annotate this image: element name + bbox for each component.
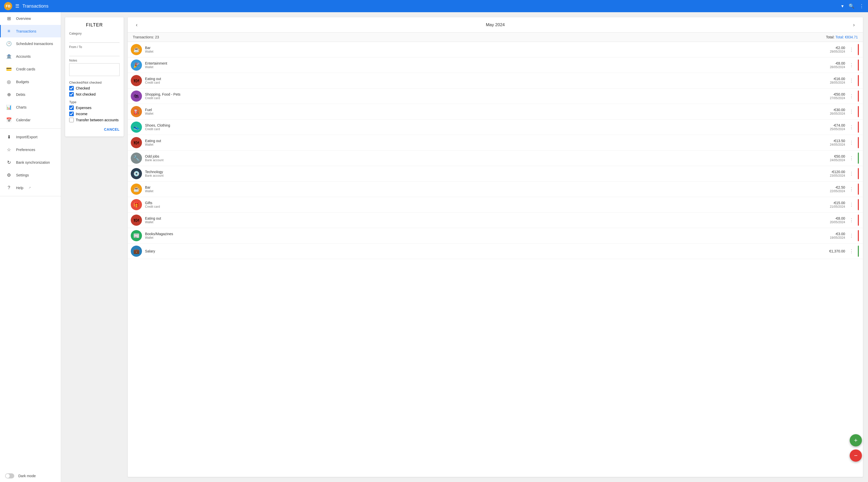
tx-amount: -€13.50 <box>833 139 845 143</box>
tx-amount: -€3.00 <box>835 232 845 236</box>
transaction-list: ☕ Bar Wallet -€2.00 29/05/2024 ⋮ 🎉 <box>128 42 863 477</box>
tx-menu-button[interactable]: ⋮ <box>848 232 855 239</box>
add-transaction-button[interactable]: + <box>850 434 862 446</box>
sidebar-item-charts[interactable]: 📊 Charts <box>0 101 61 114</box>
dark-mode-row: Dark mode <box>0 470 61 482</box>
sidebar-item-debts[interactable]: ⊕ Debts <box>0 88 61 101</box>
sidebar-item-overview[interactable]: ⊞ Overview <box>0 12 61 25</box>
tx-icon-eating-out: 🍽 <box>131 75 142 86</box>
credit-cards-icon: 💳 <box>6 66 12 72</box>
tx-menu-button[interactable]: ⋮ <box>848 185 855 193</box>
tx-icon-bar-2: ☕ <box>131 184 142 195</box>
tx-right: -€2.50 22/05/2024 <box>830 185 845 193</box>
tx-indicator <box>858 60 859 71</box>
debts-icon: ⊕ <box>6 92 12 97</box>
not-checked-label: Not checked <box>76 92 96 96</box>
tx-menu-button[interactable]: ⋮ <box>848 77 855 85</box>
sidebar-item-preferences[interactable]: ☆ Preferences <box>0 143 61 156</box>
tx-menu-button[interactable]: ⋮ <box>848 46 855 53</box>
tx-menu-button[interactable]: ⋮ <box>848 61 855 69</box>
tx-menu-button[interactable]: ⋮ <box>848 216 855 224</box>
import-export-icon: ⬇ <box>6 134 12 140</box>
sidebar-item-settings[interactable]: ⚙ Settings <box>0 169 61 182</box>
sidebar-item-credit-cards[interactable]: 💳 Credit cards <box>0 63 61 75</box>
expenses-label: Expenses <box>76 106 91 110</box>
tx-category: Shoes, Clothing <box>145 123 827 127</box>
income-label: Income <box>76 112 88 116</box>
tx-menu-button[interactable]: ⋮ <box>848 108 855 116</box>
sidebar-item-calendar[interactable]: 📅 Calendar <box>0 114 61 126</box>
sidebar-item-budgets[interactable]: ◎ Budgets <box>0 75 61 88</box>
tx-indicator <box>858 215 859 226</box>
sidebar-item-transactions[interactable]: ≡ Transactions <box>0 25 61 37</box>
tx-info: Eating out Wallet <box>145 216 827 224</box>
tx-indicator <box>858 184 859 195</box>
transfer-label: Transfer between accounts <box>76 118 119 122</box>
tx-menu-button[interactable]: ⋮ <box>848 201 855 208</box>
transactions-total: Total: Total: €834.71 <box>826 35 858 39</box>
sidebar-label-import-export: Import/Export <box>16 135 37 139</box>
tx-menu-button[interactable]: ⋮ <box>848 170 855 178</box>
tx-account: Credit card <box>145 81 827 85</box>
tx-category: Fuel <box>145 108 827 112</box>
table-row: ☕ Bar Wallet -€2.00 29/05/2024 ⋮ <box>128 42 863 58</box>
notes-input[interactable] <box>69 63 120 76</box>
not-checked-checkbox[interactable] <box>69 92 74 97</box>
menu-icon[interactable]: ☰ <box>15 3 19 9</box>
table-row: 💿 Technology Bank account -€120.00 23/05… <box>128 166 863 182</box>
tx-account: Credit card <box>145 96 827 100</box>
category-input[interactable] <box>69 36 120 43</box>
tx-category: Eating out <box>145 77 827 81</box>
tx-menu-button[interactable]: ⋮ <box>848 154 855 162</box>
more-options-icon[interactable]: ⋮ <box>859 3 864 9</box>
search-icon[interactable]: 🔍 <box>849 3 854 9</box>
tx-indicator <box>858 230 859 241</box>
tx-menu-button[interactable]: ⋮ <box>848 247 855 255</box>
tx-date: 29/05/2024 <box>830 50 845 53</box>
tx-icon-salary: 💼 <box>131 246 142 257</box>
sidebar-item-scheduled[interactable]: 🕐 Scheduled transactions <box>0 37 61 50</box>
tx-category: Shopping, Food - Pets <box>145 92 827 96</box>
tx-menu-button[interactable]: ⋮ <box>848 123 855 131</box>
main-layout: ⊞ Overview ≡ Transactions 🕐 Scheduled tr… <box>0 12 868 482</box>
checked-checkbox[interactable] <box>69 86 74 91</box>
bank-sync-icon: ↻ <box>6 160 12 165</box>
tx-category: Bar <box>145 46 827 50</box>
tx-right: €1,370.00 <box>829 249 845 253</box>
sidebar-label-bank-sync: Bank synchronization <box>16 160 50 164</box>
tx-date: 24/05/2024 <box>830 158 845 162</box>
tx-right: -€3.00 19/05/2024 <box>830 232 845 239</box>
cancel-button[interactable]: CANCEL <box>104 127 120 131</box>
tx-date: 19/05/2024 <box>830 236 845 239</box>
sidebar-item-bank-sync[interactable]: ↻ Bank synchronization <box>0 156 61 169</box>
income-checkbox[interactable] <box>69 111 74 116</box>
tx-info: Fuel Wallet <box>145 108 827 116</box>
expenses-checkbox[interactable] <box>69 105 74 110</box>
tx-right: -€50.00 27/05/2024 <box>830 92 845 100</box>
tx-indicator <box>858 137 859 148</box>
tx-icon-books: 📰 <box>131 230 142 241</box>
sidebar-label-budgets: Budgets <box>16 80 29 84</box>
tx-menu-button[interactable]: ⋮ <box>848 139 855 147</box>
sidebar-item-help[interactable]: ? Help ↗ <box>0 182 61 194</box>
prev-month-button[interactable]: ‹ <box>134 21 140 29</box>
settings-icon: ⚙ <box>6 172 12 178</box>
dark-mode-toggle[interactable] <box>5 473 14 478</box>
sidebar-item-accounts[interactable]: 🏦 Accounts <box>0 50 61 63</box>
tx-menu-button[interactable]: ⋮ <box>848 92 855 100</box>
tx-account: Wallet <box>145 220 827 224</box>
tx-amount: -€30.00 <box>833 108 845 112</box>
from-to-input[interactable] <box>69 50 120 56</box>
dropdown-icon[interactable]: ▾ <box>841 3 844 9</box>
next-month-button[interactable]: › <box>851 21 857 29</box>
sidebar-label-calendar: Calendar <box>16 118 31 122</box>
tx-date: 24/05/2024 <box>830 143 845 147</box>
tx-right: -€8.00 20/05/2024 <box>830 216 845 224</box>
tx-indicator <box>858 168 859 179</box>
tx-date: 21/05/2024 <box>830 205 845 208</box>
sidebar-item-import-export[interactable]: ⬇ Import/Export <box>0 131 61 143</box>
transfer-checkbox[interactable] <box>69 118 74 122</box>
tx-indicator <box>858 153 859 164</box>
tx-icon-gifts: 🎁 <box>131 199 142 210</box>
subtract-transaction-button[interactable]: − <box>850 449 862 462</box>
